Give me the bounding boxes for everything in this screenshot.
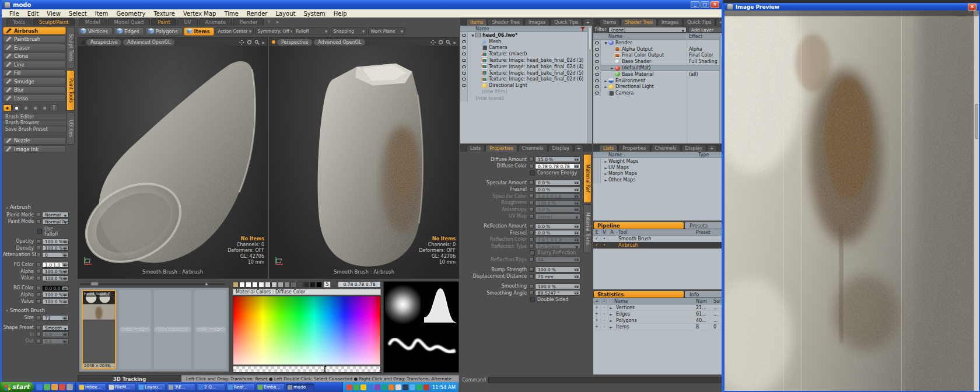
lists-row-other-maps[interactable]: ►Other Maps: [593, 177, 722, 183]
spinner-arrows-icon[interactable]: [574, 291, 579, 295]
effect-column-header[interactable]: Effect: [689, 34, 702, 39]
airbrush-channel-toggle[interactable]: [36, 316, 41, 320]
grey-swatch[interactable]: [297, 282, 303, 288]
visibility-eye-icon[interactable]: [462, 40, 466, 43]
menu-vertex-map[interactable]: Vertex Map: [179, 10, 220, 17]
soft-round-tip-button[interactable]: [12, 104, 21, 111]
expander-right-icon[interactable]: ►: [608, 318, 614, 323]
pipeline-tab[interactable]: Pipeline: [594, 222, 684, 229]
material-field-diffuse-amount[interactable]: 15.0 %: [535, 156, 580, 162]
viewport-right[interactable]: Perspective Advanced OpenGL ▶: [269, 37, 459, 279]
airbrush-field-value[interactable]: 100.0 %: [42, 275, 69, 281]
select-mode-items[interactable]: Items: [184, 27, 215, 36]
statistics-row-edges[interactable]: +-►Edges61......: [593, 311, 722, 317]
menu-system[interactable]: System: [299, 10, 329, 17]
spinner-arrows-icon[interactable]: [574, 285, 579, 288]
airbrush-channel-toggle[interactable]: [36, 276, 41, 281]
shader-row-alpha-output[interactable]: Alpha OutputAlpha: [593, 46, 722, 52]
airbrush-channel-toggle[interactable]: [36, 212, 41, 217]
items-scrollbar[interactable]: [587, 26, 592, 144]
name-column-header[interactable]: Name: [614, 299, 628, 304]
item-row-texture-image-head-bake-final-02d-3[interactable]: Texture: Image: head_bake_final_02d (3): [460, 57, 592, 64]
tray-icon[interactable]: [402, 384, 408, 390]
workspace-right-overflow-arrow-icon[interactable]: ▸: [274, 18, 281, 26]
material-vtab-material-ref[interactable]: Material Ref: [583, 154, 592, 203]
item-row-texture-image-head-bake-final-02d-4[interactable]: Texture: Image: head_bake_final_02d (4): [460, 64, 592, 70]
saturation-button[interactable]: S: [324, 281, 331, 288]
command-input[interactable]: [488, 377, 722, 383]
shader-row-base-material[interactable]: Base Material(all): [593, 71, 722, 78]
spinner-arrows-icon[interactable]: [574, 258, 579, 261]
tool-nozzle[interactable]: Nozzle: [3, 137, 66, 145]
material-channel-toggle[interactable]: [529, 274, 534, 279]
menu-file[interactable]: File: [5, 10, 23, 17]
lists-row-morph-maps[interactable]: ►Morph Maps: [593, 171, 722, 177]
info-tab[interactable]: Info: [685, 291, 722, 298]
taskbar-window-modo[interactable]: modo: [286, 383, 314, 391]
expander-right-icon[interactable]: ►: [608, 325, 614, 329]
items-tab-shader-tree[interactable]: Shader Tree: [488, 19, 524, 26]
items-tab-quick-tips[interactable]: Quick Tips: [550, 19, 582, 26]
work-plane-dropdown[interactable]: Work Plane▼: [368, 27, 405, 35]
workspace-right-tab-animate[interactable]: Animate: [199, 18, 233, 26]
grey-swatch[interactable]: [246, 282, 251, 288]
shader-row-base-shader[interactable]: Base ShaderFull Shading: [593, 58, 722, 65]
value-slider[interactable]: [233, 366, 381, 373]
airbrush-channel-toggle[interactable]: [36, 286, 41, 290]
item-row-new-item[interactable]: (new item): [460, 89, 592, 95]
spinner-arrows-icon[interactable]: [574, 201, 579, 205]
airbrush-field-shape-preset[interactable]: Smooth▼: [42, 325, 69, 331]
airbrush-field-out[interactable]: 0.0: [42, 338, 69, 344]
workspace-right-tab-uv[interactable]: UV: [177, 18, 197, 26]
tray-icon[interactable]: [388, 384, 394, 390]
airbrush-field-opacity[interactable]: 100.0 %: [42, 239, 69, 244]
shader-row-environment[interactable]: ►Environment: [593, 78, 722, 84]
expander-right-icon[interactable]: ►: [610, 66, 615, 70]
workspace-right-tab-model-quad[interactable]: Model Quad: [108, 18, 150, 26]
spinner-arrows-icon[interactable]: [574, 208, 579, 211]
taskbar-window-2-q[interactable]: 2 Q...: [197, 383, 225, 391]
add-selection-button[interactable]: +: [593, 324, 601, 329]
spinner-arrows-icon[interactable]: [62, 270, 68, 273]
new-image-button[interactable]: (new image): [194, 290, 226, 369]
filter-dropdown[interactable]: (none)▼: [608, 27, 687, 33]
airbrush-channel-toggle[interactable]: [36, 269, 41, 274]
menu-view[interactable]: View: [43, 10, 65, 17]
airbrush-channel-toggle[interactable]: [36, 332, 41, 337]
image-thumbnail-selected[interactable]: head_bake_fi ... 2048 x 2048, ...: [82, 290, 116, 369]
material-channel-toggle[interactable]: [529, 267, 534, 272]
statistics-tab[interactable]: Statistics: [594, 291, 684, 298]
expander-right-icon[interactable]: ►: [603, 79, 608, 83]
taskbar-window-real[interactable]: Real...: [226, 383, 255, 391]
shader-row-render[interactable]: ▼Render: [593, 40, 722, 46]
material-field-bump-strength[interactable]: 100.0 %: [535, 267, 580, 272]
material-field-roughness[interactable]: 100.0 %: [535, 200, 580, 206]
airbrush-channel-toggle[interactable]: [36, 262, 41, 267]
material-channel-toggle[interactable]: [529, 244, 534, 249]
item-row-camera[interactable]: Camera: [460, 45, 592, 51]
expander-right-icon[interactable]: ►: [603, 159, 608, 163]
minimize-button[interactable]: _: [691, 1, 699, 8]
material-field-reflection-color[interactable]: 1.0 1.0 1.0: [535, 237, 580, 243]
workspace-right-tab-paint[interactable]: Paint: [151, 18, 176, 26]
material-channel-toggle[interactable]: [529, 201, 534, 205]
preview-scrollbar[interactable]: [974, 16, 979, 391]
menu-select[interactable]: Select: [65, 10, 91, 17]
lists-add-tab[interactable]: +: [707, 145, 717, 152]
remove-selection-button[interactable]: -: [601, 312, 608, 316]
airbrush-channel-toggle[interactable]: [36, 326, 41, 330]
preview-scrollbar-thumb[interactable]: [975, 104, 978, 139]
close-button[interactable]: ×: [710, 1, 719, 8]
taskbar-window-inbox[interactable]: Inbox...: [78, 383, 106, 391]
select-mode-polygons[interactable]: Polygons: [145, 27, 183, 36]
name-column-header[interactable]: Name: [608, 34, 622, 39]
material-field-smoothing-angle[interactable]: 89.5247 °: [535, 290, 580, 296]
airbrush-field-density[interactable]: 100.0 %: [42, 245, 69, 251]
tray-icon[interactable]: [368, 384, 373, 390]
add-selection-button[interactable]: +: [593, 305, 601, 310]
pipeline-row-airbrush[interactable]: ✓•Airbrush: [593, 242, 722, 249]
taskbar-window-3-e[interactable]: 3\E...: [167, 383, 195, 391]
workspace-right-add-tab[interactable]: +: [265, 18, 272, 26]
airbrush-channel-toggle[interactable]: [36, 299, 41, 304]
select-mode-vertices[interactable]: Vertices: [78, 27, 113, 36]
